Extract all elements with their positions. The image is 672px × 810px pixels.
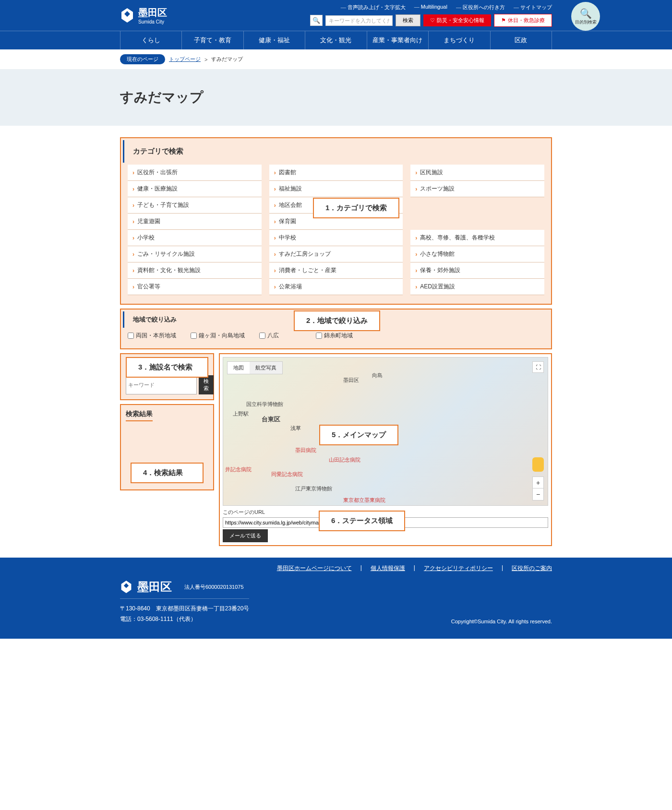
callout-4: 4．検索結果 xyxy=(131,463,204,483)
util-access[interactable]: 区役所への行き方 xyxy=(456,4,505,11)
region-panel: 地域で絞り込み 両国・本所地域鐘ヶ淵・向島地域八広錦糸町地域 2．地域で絞り込み xyxy=(120,309,552,349)
category-panel: カテゴリで検索 区役所・出張所図書館区民施設健康・医療施設福祉施設スポーツ施設子… xyxy=(120,137,552,305)
footer-a11y[interactable]: アクセシビリティポリシー xyxy=(424,564,493,572)
zoom-in-button[interactable]: + xyxy=(533,477,543,488)
zoom-control: + − xyxy=(532,476,544,500)
purpose-search-button[interactable]: 🔍 目的別検索 xyxy=(571,2,600,31)
site-logo[interactable]: 墨田区 Sumida City xyxy=(120,6,167,24)
utility-nav: 音声読み上げ・文字拡大 Multilingual 区役所への行き方 サイトマップ xyxy=(341,4,552,11)
logo-english: Sumida City xyxy=(138,19,167,24)
footer-logo-icon xyxy=(120,580,132,594)
global-nav: くらし 子育て・教育 健康・福祉 文化・観光 産業・事業者向け まちづくり 区政 xyxy=(0,31,672,49)
main-map[interactable]: 地図 航空写真 ⛶ + − 台東区 上野駅 浅草 国立科学博物館 墨田区 向島 xyxy=(223,357,548,506)
callout-5: 5．メインマップ xyxy=(319,425,398,445)
facility-search-button[interactable]: 検索 xyxy=(199,375,214,394)
footer-links: 墨田区ホームページについて| 個人情報保護| アクセシビリティポリシー| 区役所… xyxy=(120,558,552,579)
breadcrumb-badge: 現在のページ xyxy=(120,54,165,64)
region-checkbox[interactable]: 鐘ヶ淵・向島地域 xyxy=(191,332,245,340)
map-type-tabs: 地図 航空写真 xyxy=(227,361,283,374)
nav-machi[interactable]: まちづくり xyxy=(428,31,490,49)
footer-phone: 電話：03-5608-1111（代表） xyxy=(120,614,249,625)
footer-address: 〒130-8640 東京都墨田区吾妻橋一丁目23番20号 xyxy=(120,604,249,614)
results-panel: 検索結果 4．検索結果 xyxy=(120,404,214,490)
util-lang[interactable]: Multilingual xyxy=(414,4,447,11)
page-title: すみだマップ xyxy=(120,88,552,107)
category-item[interactable]: 小学校 xyxy=(128,230,262,246)
zoom-out-button[interactable]: − xyxy=(533,488,543,500)
category-item[interactable]: 区役所・出張所 xyxy=(128,165,262,181)
nav-kurashi[interactable]: くらし xyxy=(120,31,181,49)
category-item[interactable]: 子ども・子育て施設 xyxy=(128,197,262,214)
facility-search-input[interactable] xyxy=(126,375,197,394)
logo-kanji: 墨田区 xyxy=(138,6,167,19)
category-item[interactable]: AED設置施設 xyxy=(410,279,544,295)
pegman-icon[interactable] xyxy=(532,457,544,472)
nav-sangyo[interactable]: 産業・事業者向け xyxy=(367,31,428,49)
nav-kusei[interactable]: 区政 xyxy=(490,31,552,49)
copyright: Copyright©Sumida City. All rights reserv… xyxy=(451,619,552,624)
category-item[interactable]: 公衆浴場 xyxy=(269,279,403,295)
category-item[interactable]: 福祉施設 xyxy=(269,181,403,197)
category-item[interactable]: 保養・郊外施設 xyxy=(410,262,544,279)
category-item[interactable]: 高校、専修、養護、各種学校 xyxy=(410,230,544,246)
category-item[interactable]: ごみ・リサイクル施設 xyxy=(128,246,262,262)
util-voice[interactable]: 音声読み上げ・文字拡大 xyxy=(341,4,406,11)
category-item[interactable]: 図書館 xyxy=(269,165,403,181)
category-item[interactable]: スポーツ施設 xyxy=(410,181,544,197)
heart-icon: ♡ xyxy=(430,17,435,24)
title-band: すみだマップ xyxy=(0,69,672,126)
magnifier-icon: 🔍 xyxy=(580,8,592,19)
status-area: このページのURL メールで送る 6．ステータス領域 xyxy=(223,509,548,542)
category-item[interactable]: 小さな博物館 xyxy=(410,246,544,262)
emergency-button[interactable]: ⚑休日・救急診療 xyxy=(494,14,552,27)
category-item[interactable]: 健康・医療施設 xyxy=(128,181,262,197)
nav-kosodate[interactable]: 子育て・教育 xyxy=(181,31,243,49)
breadcrumb-current: すみだマップ xyxy=(211,56,243,63)
breadcrumb-top[interactable]: トップページ xyxy=(169,56,201,63)
search-icon: 🔍 xyxy=(310,15,323,26)
send-mail-button[interactable]: メールで送る xyxy=(223,529,268,542)
callout-2: 2．地域で絞り込み xyxy=(294,310,380,331)
category-item[interactable]: 児童遊園 xyxy=(128,214,262,230)
logo-mark-icon xyxy=(120,7,134,24)
site-footer: 墨田区ホームページについて| 個人情報保護| アクセシビリティポリシー| 区役所… xyxy=(0,558,672,639)
footer-office[interactable]: 区役所のご案内 xyxy=(512,564,552,572)
region-checkbox[interactable]: 両国・本所地域 xyxy=(128,332,176,340)
category-item[interactable]: 中学校 xyxy=(269,230,403,246)
category-item[interactable]: 官公署等 xyxy=(128,279,262,295)
map-tab-satellite[interactable]: 航空写真 xyxy=(250,362,282,374)
results-heading: 検索結果 xyxy=(126,410,153,421)
category-item[interactable]: 消費者・しごと・産業 xyxy=(269,262,403,279)
nav-kenko[interactable]: 健康・福祉 xyxy=(243,31,305,49)
fullscreen-button[interactable]: ⛶ xyxy=(532,361,544,373)
nav-bunka[interactable]: 文化・観光 xyxy=(305,31,366,49)
corp-number: 法人番号6000020131075 xyxy=(184,584,244,591)
site-search-input[interactable] xyxy=(325,15,393,26)
footer-logo[interactable]: 墨田区 法人番号6000020131075 xyxy=(120,579,249,595)
facility-search-panel: 3．施設名で検索 検索 xyxy=(120,353,214,400)
footer-privacy[interactable]: 個人情報保護 xyxy=(371,564,405,572)
disaster-info-button[interactable]: ♡防災・安全安心情報 xyxy=(423,14,491,26)
callout-6: 6．ステータス領域 xyxy=(319,511,405,531)
util-sitemap[interactable]: サイトマップ xyxy=(514,4,552,11)
breadcrumb: 現在のページ トップページ > すみだマップ xyxy=(120,49,552,69)
category-item[interactable]: すみだ工房ショップ xyxy=(269,246,403,262)
region-checkbox[interactable]: 八広 xyxy=(259,332,279,340)
callout-3: 3．施設名で検索 xyxy=(126,357,208,378)
category-item[interactable]: 区民施設 xyxy=(410,165,544,181)
region-checkbox[interactable]: 錦糸町地域 xyxy=(316,332,353,340)
site-header: 墨田区 Sumida City 音声読み上げ・文字拡大 Multilingual… xyxy=(0,0,672,31)
site-search-button[interactable]: 検索 xyxy=(396,14,420,26)
map-tab-map[interactable]: 地図 xyxy=(228,362,250,374)
flag-icon: ⚑ xyxy=(501,17,506,24)
callout-1: 1．カテゴリで検索 xyxy=(313,198,399,218)
footer-about[interactable]: 墨田区ホームページについて xyxy=(277,564,352,572)
category-item[interactable]: 資料館・文化・観光施設 xyxy=(128,262,262,279)
category-heading: カテゴリで検索 xyxy=(123,140,549,163)
map-panel: 地図 航空写真 ⛶ + − 台東区 上野駅 浅草 国立科学博物館 墨田区 向島 xyxy=(219,353,552,546)
